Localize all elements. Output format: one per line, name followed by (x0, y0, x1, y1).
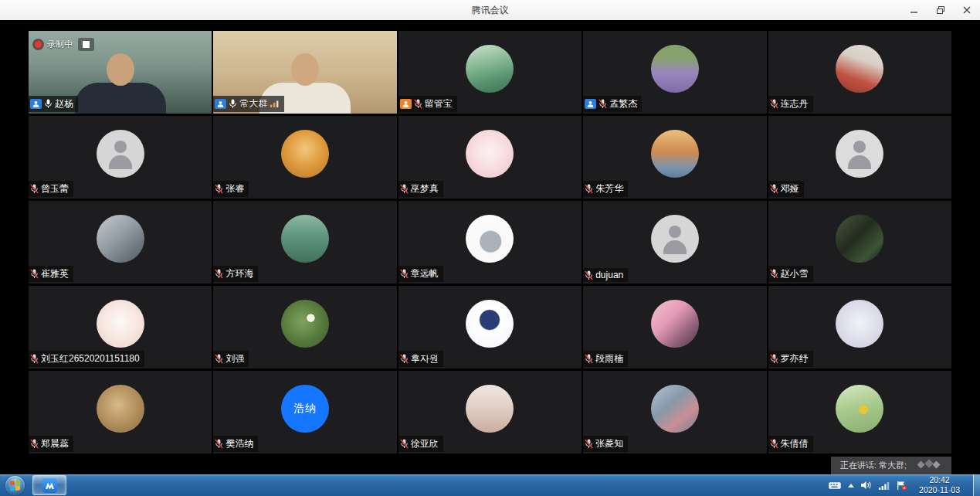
participant-name: 邓娅 (781, 182, 799, 195)
participant-tile[interactable]: 段雨楠 (583, 286, 766, 369)
start-button[interactable] (5, 476, 25, 495)
participant-name-label: 章远帆 (398, 266, 443, 282)
participant-name: 罗亦纾 (781, 352, 809, 365)
mic-muted-icon (585, 270, 593, 280)
participant-tile[interactable]: 赵小雪 (768, 201, 951, 284)
window-title: 腾讯会议 (472, 4, 509, 17)
participant-tile[interactable]: 孟繁杰 (583, 31, 766, 114)
close-button[interactable] (960, 4, 974, 16)
participant-name-label: 朱倩倩 (768, 436, 813, 452)
participant-tile[interactable]: 巫梦真 (398, 116, 582, 199)
participant-name-label: 方环海 (213, 266, 258, 282)
network-signal-icon[interactable] (879, 481, 890, 490)
participant-name: 留管宝 (425, 97, 453, 110)
participant-name: 徐亚欣 (411, 437, 439, 450)
participant-name-label: 赵杨 (29, 96, 78, 112)
participant-name: 方环海 (226, 267, 253, 280)
restore-button[interactable] (934, 4, 948, 16)
hidden-icons-arrow-icon[interactable] (848, 484, 854, 488)
participant-tile[interactable]: 邓娅 (768, 116, 951, 199)
participant-name: 赵杨 (55, 97, 73, 110)
participant-tile[interactable]: 浩纳 樊浩纳 (213, 371, 396, 454)
participant-name: 章远帆 (411, 267, 439, 280)
meeting-app-icon (42, 478, 57, 493)
mic-muted-icon (30, 354, 39, 364)
participant-tile[interactable]: 朱芳华 (583, 116, 766, 199)
person-silhouette-head (107, 53, 134, 86)
mic-muted-icon (30, 269, 39, 279)
mic-muted-icon (585, 184, 593, 194)
speaker-icon[interactable] (861, 481, 872, 490)
default-avatar-person-icon (663, 240, 687, 254)
participant-tile[interactable]: 罗亦纾 (768, 286, 951, 369)
participant-tile[interactable]: 刘强 (213, 286, 396, 369)
active-speaker-bar: 正在讲话: 常大群; (831, 457, 951, 474)
clock-time: 20:42 (919, 475, 960, 485)
participant-name-label: 段雨楠 (583, 351, 628, 367)
participant-tile[interactable]: dujuan (583, 201, 766, 284)
participant-tile[interactable]: 张菱知 (583, 371, 766, 454)
participant-name: 郑晨蕊 (41, 437, 69, 450)
avatar-initials: 浩纳 (293, 402, 317, 416)
participant-tile[interactable]: 朱倩倩 (768, 371, 951, 454)
default-avatar-person-icon (853, 141, 866, 153)
participant-avatar (97, 385, 144, 433)
participant-tile[interactable]: 徐亚欣 (398, 371, 582, 454)
participant-avatar (836, 45, 883, 93)
mic-muted-icon (585, 354, 593, 364)
participant-tile[interactable]: 刘玉红26520201151180 (29, 286, 212, 369)
minimize-button[interactable] (907, 4, 921, 16)
participant-avatar (97, 130, 144, 178)
mic-muted-icon (30, 439, 39, 449)
default-avatar-person-icon (109, 155, 132, 169)
taskbar-clock[interactable]: 20:42 2020-11-03 (919, 475, 960, 494)
participant-name-label: 徐亚欣 (398, 436, 443, 452)
recording-indicator: 录制中 (35, 38, 94, 51)
participant-avatar (836, 215, 883, 263)
mic-muted-icon (770, 439, 778, 449)
participant-tile[interactable]: 常大群 (213, 31, 396, 114)
participant-name-label: 留管宝 (398, 96, 457, 112)
role-badge-icon (215, 99, 226, 109)
participant-tile[interactable]: 崔雅英 (29, 201, 212, 284)
default-avatar-person-icon (114, 141, 127, 153)
meeting-stage: 赵杨 常大群 留管宝 (0, 20, 980, 474)
participant-avatar (651, 215, 699, 263)
input-method-keyboard-icon[interactable] (829, 481, 841, 490)
taskbar-meeting-app-button[interactable] (32, 475, 66, 495)
participant-avatar (466, 45, 514, 93)
participant-tile[interactable]: 章远帆 (398, 201, 582, 284)
show-desktop-button[interactable] (973, 474, 980, 496)
action-center-flag-icon[interactable] (897, 481, 907, 491)
participant-avatar: 浩纳 (281, 385, 329, 433)
participant-avatar (281, 130, 329, 178)
participant-tile[interactable]: 郑晨蕊 (29, 371, 212, 454)
participant-avatar (466, 385, 514, 433)
participant-name: 赵小雪 (781, 267, 809, 280)
participant-name-label: 崔雅英 (29, 266, 73, 282)
participant-name: 朱芳华 (595, 182, 623, 195)
participant-avatar (97, 300, 144, 348)
participant-name-label: 曾玉蕾 (29, 181, 73, 197)
mic-muted-icon (770, 269, 778, 279)
person-silhouette-body (75, 83, 166, 114)
participant-tile[interactable]: 후자원 (398, 286, 582, 369)
participant-tile[interactable]: 曾玉蕾 (29, 116, 212, 199)
stop-record-button[interactable] (78, 38, 94, 51)
participant-tile[interactable]: 留管宝 (398, 31, 582, 114)
participant-name-label: 樊浩纳 (213, 436, 258, 452)
participant-name-label: 罗亦纾 (768, 351, 813, 367)
participant-name: 段雨楠 (595, 352, 623, 365)
mic-muted-icon (400, 269, 409, 279)
participant-tile[interactable]: 张睿 (213, 116, 396, 199)
mic-muted-icon (215, 184, 223, 194)
mic-muted-icon (585, 439, 593, 449)
windows-flag-icon (10, 480, 20, 491)
participant-name-label: 朱芳华 (583, 181, 628, 197)
participant-tile[interactable]: 方环海 (213, 201, 396, 284)
participant-name: 曾玉蕾 (41, 182, 69, 195)
participant-tile[interactable]: 连志丹 (768, 31, 951, 114)
participant-name-label: 张菱知 (583, 436, 628, 452)
mic-on-icon (44, 99, 53, 109)
participant-name: 连志丹 (781, 97, 809, 110)
